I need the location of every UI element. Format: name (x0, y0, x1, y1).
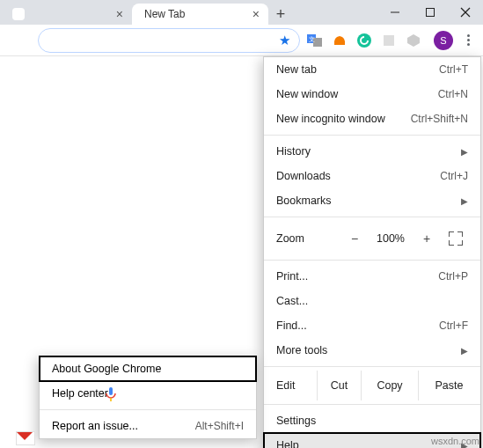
svg-point-7 (357, 33, 371, 48)
menu-zoom-row: Zoom − 100% + (264, 221, 480, 256)
window-titlebar: × New Tab × + (0, 0, 483, 25)
menu-item-label: Cast... (276, 295, 468, 307)
svg-rect-1 (427, 9, 435, 17)
menu-item-label: More tools (276, 344, 461, 356)
svg-rect-8 (384, 35, 394, 46)
menu-item-shortcut: Alt+Shift+I (195, 420, 244, 432)
tab-2-label: New Tab (144, 8, 247, 20)
zoom-value: 100% (377, 232, 405, 245)
menu-edit-row: Edit Cut Copy Paste (264, 371, 480, 400)
submenu-item-help-center[interactable]: Help center (40, 381, 256, 406)
edit-label: Edit (264, 371, 317, 400)
chevron-right-icon: ▶ (461, 196, 468, 206)
menu-item-bookmarks[interactable]: Bookmarks ▶ (264, 188, 480, 213)
menu-item-downloads[interactable]: Downloads Ctrl+J (264, 164, 480, 188)
voice-search-icon[interactable] (102, 386, 120, 403)
bookmark-star-icon[interactable]: ★ (279, 33, 290, 48)
browser-toolbar: ★ 文 S (0, 25, 483, 56)
menu-item-history[interactable]: History ▶ (264, 139, 480, 164)
menu-item-print[interactable]: Print... Ctrl+P (264, 264, 480, 289)
menu-item-new-tab[interactable]: New tab Ctrl+T (264, 57, 480, 82)
menu-item-label: New window (276, 88, 438, 100)
avatar-letter: S (440, 35, 446, 46)
translate-extension-icon[interactable]: 文 (307, 33, 323, 48)
menu-item-label: Downloads (276, 170, 440, 182)
menu-item-new-incognito[interactable]: New incognito window Ctrl+Shift+N (264, 106, 480, 131)
menu-item-label: Settings (276, 415, 468, 427)
tab-1-close-icon[interactable]: × (116, 7, 123, 21)
window-controls (377, 0, 483, 25)
menu-separator (40, 409, 256, 410)
plus-icon: + (276, 5, 286, 24)
menu-item-settings[interactable]: Settings (264, 408, 480, 433)
window-maximize-button[interactable] (413, 0, 448, 25)
menu-item-more-tools[interactable]: More tools ▶ (264, 338, 480, 363)
address-bar[interactable]: ★ (38, 28, 300, 53)
menu-item-shortcut: Ctrl+T (439, 63, 468, 76)
extension-orange-icon[interactable] (332, 33, 348, 48)
svg-text:文: 文 (309, 36, 315, 42)
menu-separator (264, 135, 480, 136)
menu-item-find[interactable]: Find... Ctrl+F (264, 313, 480, 338)
tab-1[interactable]: × (0, 4, 132, 25)
menu-item-label: About Google Chrome (52, 363, 244, 375)
kebab-icon (467, 34, 470, 46)
menu-item-shortcut: Ctrl+J (440, 170, 468, 182)
menu-item-label: New incognito window (276, 113, 411, 125)
submenu-item-report-issue[interactable]: Report an issue... Alt+Shift+I (40, 414, 256, 438)
window-minimize-button[interactable] (377, 0, 413, 25)
menu-item-label: Print... (276, 270, 438, 283)
menu-separator (264, 366, 480, 367)
menu-item-label: Find... (276, 319, 439, 332)
menu-separator (264, 404, 480, 405)
menu-item-shortcut: Ctrl+F (439, 319, 468, 332)
svg-rect-10 (109, 387, 113, 395)
zoom-label: Zoom (276, 232, 338, 245)
chrome-main-menu: New tab Ctrl+T New window Ctrl+N New inc… (263, 56, 481, 448)
chevron-right-icon: ▶ (461, 346, 468, 356)
menu-item-label: Help center (52, 387, 244, 400)
fullscreen-icon[interactable] (449, 231, 463, 246)
menu-item-shortcut: Ctrl+Shift+N (411, 113, 468, 125)
new-tab-button[interactable]: + (268, 4, 293, 25)
chrome-menu-button[interactable] (458, 31, 478, 50)
submenu-item-about-chrome[interactable]: About Google Chrome (40, 356, 256, 381)
extension-icons: 文 (307, 33, 421, 48)
menu-separator (264, 260, 480, 261)
help-submenu: About Google Chrome Help center Report a… (39, 356, 257, 439)
watermark-text: wsxdn.com (431, 436, 479, 446)
menu-item-shortcut: Ctrl+P (438, 270, 468, 283)
extension-gray-icon-1[interactable] (381, 33, 397, 48)
copy-button[interactable]: Copy (361, 371, 418, 400)
profile-avatar[interactable]: S (434, 31, 453, 50)
menu-separator (264, 217, 480, 217)
paste-button[interactable]: Paste (418, 371, 479, 400)
menu-item-new-window[interactable]: New window Ctrl+N (264, 82, 480, 106)
gmail-icon[interactable] (16, 431, 35, 445)
tab-1-favicon (12, 8, 25, 20)
chevron-right-icon: ▶ (461, 147, 468, 157)
menu-item-label: Report an issue... (52, 420, 195, 432)
window-close-button[interactable] (448, 0, 483, 25)
tab-2-close-icon[interactable]: × (252, 7, 260, 21)
cut-button[interactable]: Cut (317, 371, 361, 400)
svg-marker-9 (407, 34, 420, 47)
menu-item-label: Bookmarks (276, 195, 461, 207)
grammarly-extension-icon[interactable] (356, 33, 372, 48)
extension-gray-icon-2[interactable] (406, 33, 421, 48)
menu-item-cast[interactable]: Cast... (264, 289, 480, 313)
menu-item-shortcut: Ctrl+N (438, 88, 468, 100)
menu-item-label: History (276, 145, 461, 158)
menu-item-label: New tab (276, 63, 439, 76)
zoom-in-button[interactable]: + (415, 231, 438, 246)
zoom-out-button[interactable]: − (343, 231, 366, 246)
tab-2-active[interactable]: New Tab × (132, 4, 268, 25)
